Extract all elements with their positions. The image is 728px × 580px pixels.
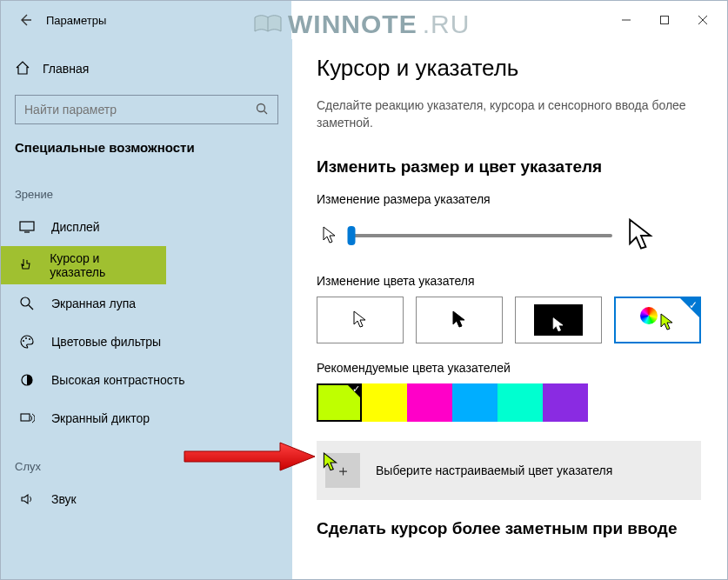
mode-custom[interactable]: ✓ [614,297,701,343]
narrator-icon [18,410,36,426]
sidebar-item-cursor[interactable]: Курсор и указатель [1,246,166,284]
search-input[interactable] [24,103,232,117]
svg-point-2 [257,103,265,111]
add-custom-color-button[interactable]: ＋ [325,453,360,488]
group-label-vision: Зрение [1,188,292,201]
sidebar-item-label: Дисплей [51,220,100,234]
pointer-size-slider[interactable] [351,234,612,237]
titlebar: Параметры [1,1,727,39]
cursor-visibility-section: Сделать курсор более заметным при вводе [317,519,701,538]
svg-point-9 [25,337,27,339]
search-box[interactable] [15,95,278,124]
swatch-yellow[interactable] [362,383,407,422]
svg-rect-1 [661,17,669,24]
rainbow-icon [640,307,658,324]
size-section-title: Изменить размер и цвет указателя [317,157,701,177]
contrast-icon [18,372,36,388]
slider-thumb[interactable] [348,226,356,245]
svg-point-10 [29,338,30,340]
custom-color-row[interactable]: ＋ Выберите настраиваемый цвет указателя [317,441,701,500]
back-button[interactable] [13,8,37,32]
search-icon [255,102,269,118]
sidebar-item-sound[interactable]: Звук [1,480,292,518]
sidebar-item-narrator[interactable]: Экранный диктор [1,399,292,437]
home-button[interactable]: Главная [1,51,292,86]
custom-color-label: Выберите настраиваемый цвет указателя [376,463,612,477]
main-content: Курсор и указатель Сделайте реакцию указ… [292,39,727,579]
close-button[interactable] [684,3,722,37]
recommended-colors-row: ✓ [317,383,701,422]
section-title: Специальные возможности [1,140,292,155]
color-label: Изменение цвета указателя [317,274,701,288]
swatch-magenta[interactable] [407,383,452,422]
maximize-button[interactable] [645,3,684,37]
home-icon [15,60,30,78]
sidebar-item-label: Звук [51,492,77,506]
sidebar-item-display[interactable]: Дисплей [1,208,292,246]
cursor-small-icon [322,225,337,246]
sidebar-item-magnifier[interactable]: Экранная лупа [1,284,292,323]
minimize-button[interactable] [607,3,645,37]
settings-window: Параметры Главная [0,0,728,580]
window-title: Параметры [46,14,106,27]
svg-rect-4 [20,222,34,230]
size-slider-label: Изменение размера указателя [317,192,701,206]
sidebar-item-label: Экранная лупа [51,297,136,310]
sidebar: Главная Специальные возможности Зрение Д… [1,39,292,579]
arrow-left-icon [17,12,33,28]
recommended-colors-label: Рекомендуемые цвета указателей [317,361,701,375]
pointer-color-mode-row: ✓ [317,297,701,343]
cursor-hand-icon [18,257,34,273]
cursor-large-icon [626,217,656,255]
sidebar-item-label: Экранный диктор [51,411,150,425]
svg-rect-12 [21,414,30,421]
monitor-icon [18,221,36,233]
palette-icon [18,334,36,350]
check-icon: ✓ [352,383,360,395]
page-description: Сделайте реакцию указателя, курсора и се… [317,97,701,131]
sound-icon [18,491,36,507]
svg-line-7 [29,305,33,310]
plus-icon: ＋ [336,461,351,481]
sidebar-item-color-filters[interactable]: Цветовые фильтры [1,323,292,361]
swatch-blue[interactable] [452,383,498,422]
mode-black[interactable] [416,297,503,343]
page-title: Курсор и указатель [317,55,701,82]
magnifier-icon [18,296,36,311]
swatch-cyan[interactable] [498,383,543,422]
svg-line-3 [264,110,268,114]
svg-point-6 [21,297,30,306]
sidebar-item-label: Курсор и указатель [50,251,149,279]
mode-inverse[interactable] [515,297,602,343]
check-icon: ✓ [689,299,698,311]
pointer-size-slider-row [317,217,701,255]
sidebar-item-high-contrast[interactable]: Высокая контрастность [1,361,292,399]
swatch-purple[interactable] [543,383,588,422]
group-label-hearing: Слух [1,460,292,473]
mode-white[interactable] [317,297,404,343]
home-label: Главная [43,62,89,76]
swatch-lime[interactable]: ✓ [317,383,362,422]
sidebar-item-label: Цветовые фильтры [51,335,161,349]
sidebar-item-label: Высокая контрастность [51,373,184,387]
svg-point-8 [23,340,24,342]
